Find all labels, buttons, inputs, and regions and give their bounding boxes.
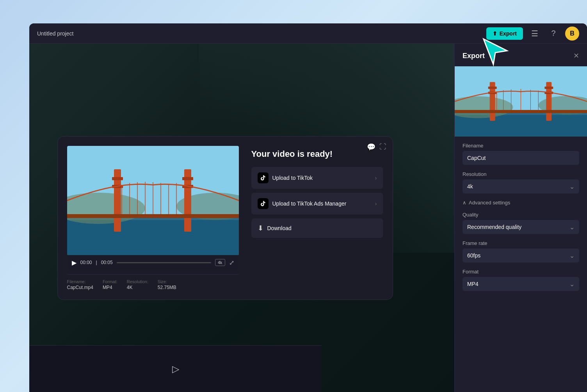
file-info-filename: Filename: CapCut.mp4 bbox=[67, 279, 93, 290]
export-modal: 💬 ⛶ bbox=[57, 136, 393, 300]
download-icon: ⬇ bbox=[258, 224, 263, 232]
quality-group: Quality Recommended quality High quality… bbox=[462, 212, 579, 234]
resolution-label: Resolution bbox=[462, 171, 579, 177]
svg-rect-27 bbox=[488, 87, 497, 89]
frame-rate-group: Frame rate 60fps 30fps 24fps bbox=[462, 240, 579, 263]
panel-header: Export ✕ bbox=[455, 44, 587, 66]
filename-group: Filename bbox=[462, 143, 579, 165]
format-label: Format bbox=[462, 269, 579, 275]
file-info-format: Format: MP4 bbox=[103, 279, 117, 290]
avatar-button[interactable]: B bbox=[565, 27, 579, 41]
stacks-button[interactable]: ☰ bbox=[528, 27, 542, 41]
resolution-select-wrapper: 4k 2k 1080p bbox=[462, 179, 579, 193]
tiktok-ads-icon bbox=[258, 198, 269, 209]
download-button[interactable]: ⬇ Download bbox=[251, 218, 383, 238]
format-group: Format MP4 MOV AVI bbox=[462, 269, 579, 291]
frame-rate-label: Frame rate bbox=[462, 240, 579, 246]
current-time: 00:00 bbox=[80, 260, 92, 265]
svg-rect-11 bbox=[67, 214, 239, 218]
filename-label: Filename bbox=[462, 143, 579, 149]
modal-toolbar: 💬 ⛶ bbox=[367, 143, 386, 151]
comment-icon: 💬 bbox=[367, 143, 375, 151]
svg-rect-22 bbox=[455, 115, 587, 137]
fullscreen-button[interactable]: ⤢ bbox=[229, 259, 234, 266]
timeline-play-icon: ▷ bbox=[172, 364, 179, 374]
svg-rect-9 bbox=[182, 177, 193, 180]
format-select[interactable]: MP4 MOV AVI bbox=[462, 277, 579, 291]
quality-label: Quality bbox=[462, 212, 579, 218]
app-window: Untitled project ⬆ Export ☰ ? B bbox=[29, 23, 587, 392]
help-icon: ? bbox=[551, 29, 555, 38]
project-title: Untitled project bbox=[37, 30, 73, 37]
comment-icon-btn[interactable]: 💬 bbox=[367, 143, 375, 151]
file-info: Filename: CapCut.mp4 Format: MP4 Resolut… bbox=[67, 274, 239, 290]
editor-area: 💬 ⛶ bbox=[29, 44, 454, 392]
play-button[interactable]: ▶ bbox=[72, 259, 76, 266]
chevron-right-icon: › bbox=[375, 175, 377, 181]
stacks-icon: ☰ bbox=[531, 29, 538, 38]
close-panel-button[interactable]: ✕ bbox=[573, 51, 579, 60]
video-left: ▶ 00:00 | 00:05 4k ⤢ bbox=[67, 146, 239, 290]
resolution-select[interactable]: 4k 2k 1080p bbox=[462, 179, 579, 193]
frame-rate-select[interactable]: 60fps 30fps 24fps bbox=[462, 248, 579, 263]
export-panel: Export ✕ bbox=[454, 44, 587, 392]
file-info-resolution: Resolution: 4K bbox=[127, 279, 148, 290]
help-button[interactable]: ? bbox=[546, 27, 560, 41]
svg-rect-31 bbox=[455, 110, 587, 113]
video-right: Your video is ready! Upload to TikTok bbox=[251, 146, 383, 242]
quality-badge: 4k bbox=[215, 259, 225, 266]
resolution-group: Resolution 4k 2k 1080p bbox=[462, 171, 579, 193]
settings-area: Filename Resolution 4k 2k 1080p bbox=[455, 143, 587, 305]
tiktok-icon bbox=[258, 172, 269, 183]
fullscreen-icon-btn[interactable]: ⛶ bbox=[379, 143, 386, 151]
file-info-size: Size: 52.75MB bbox=[158, 279, 176, 290]
format-select-wrapper: MP4 MOV AVI bbox=[462, 277, 579, 291]
quality-select-wrapper: Recommended quality High quality Low qua… bbox=[462, 220, 579, 234]
expand-icon: ⛶ bbox=[379, 143, 386, 151]
chevron-up-icon: ∧ bbox=[462, 200, 466, 206]
filename-input[interactable] bbox=[462, 151, 579, 165]
upload-ads-button[interactable]: Upload to TikTok Ads Manager › bbox=[251, 193, 383, 215]
svg-rect-7 bbox=[112, 177, 123, 180]
modal-inner: 💬 ⛶ bbox=[58, 137, 393, 300]
svg-rect-29 bbox=[544, 87, 553, 89]
progress-bar[interactable] bbox=[117, 262, 211, 263]
video-controls: ▶ 00:00 | 00:05 4k ⤢ bbox=[67, 256, 239, 270]
duration: 00:05 bbox=[101, 260, 113, 265]
frame-rate-select-wrapper: 60fps 30fps 24fps bbox=[462, 248, 579, 263]
video-preview bbox=[67, 146, 239, 255]
video-container: ▶ 00:00 | 00:05 4k ⤢ bbox=[67, 146, 383, 290]
quality-select[interactable]: Recommended quality High quality Low qua… bbox=[462, 220, 579, 234]
svg-rect-2 bbox=[67, 220, 239, 255]
main-content: 💬 ⛶ bbox=[29, 44, 587, 392]
ready-title: Your video is ready! bbox=[251, 149, 383, 159]
timeline-area: ▷ bbox=[29, 345, 322, 392]
cursor-arrow bbox=[480, 35, 511, 68]
upload-tiktok-button[interactable]: Upload to TikTok › bbox=[251, 167, 383, 189]
svg-marker-38 bbox=[484, 39, 507, 64]
advanced-settings-toggle[interactable]: ∧ Advanced settings bbox=[462, 200, 510, 206]
chevron-right-ads-icon: › bbox=[375, 200, 377, 207]
panel-thumbnail bbox=[455, 66, 587, 137]
